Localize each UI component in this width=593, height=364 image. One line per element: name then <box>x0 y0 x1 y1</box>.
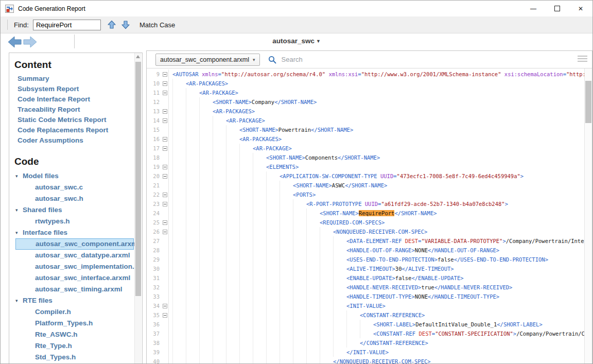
fold-collapse-icon[interactable] <box>163 146 167 151</box>
find-input[interactable] <box>33 20 101 30</box>
code-line: 13<AR-PACKAGES> <box>147 107 585 116</box>
sidebar-scrollbar[interactable] <box>134 53 142 363</box>
content-link-subsystem-report[interactable]: Subsystem Report <box>14 84 135 94</box>
fold-collapse-icon[interactable] <box>163 174 167 179</box>
fold-collapse-icon[interactable] <box>163 137 167 142</box>
fold-collapse-icon[interactable] <box>163 91 167 95</box>
indent-guide <box>293 246 306 255</box>
indent-guide <box>186 348 199 357</box>
code-token: <DATA-ELEMENT-REF <box>346 238 402 244</box>
fold-collapse-icon[interactable] <box>163 193 167 197</box>
code-scrollbar-thumb[interactable] <box>585 81 591 123</box>
indent-guide <box>213 171 226 181</box>
fold-collapse-icon[interactable] <box>163 72 167 77</box>
line-number: 19 <box>147 164 161 170</box>
indent-guide <box>333 283 346 292</box>
code-token: xmlns <box>199 71 218 77</box>
content-link-code-replacements-report[interactable]: Code Replacements Report <box>14 125 135 135</box>
find-next-button[interactable] <box>121 20 130 29</box>
indent-guide <box>186 116 199 125</box>
fold-collapse-icon[interactable] <box>163 81 167 86</box>
find-label: Find: <box>14 21 29 29</box>
tree-section-model-files[interactable]: ▾Model files <box>14 170 135 182</box>
find-previous-button[interactable] <box>107 20 116 29</box>
fold-cell <box>161 301 168 310</box>
indent-guide <box>213 338 226 348</box>
maximize-button[interactable] <box>545 1 569 16</box>
fold-collapse-icon[interactable] <box>163 313 167 318</box>
indent-guide <box>226 348 239 357</box>
tree-file-item[interactable]: autosar_swc.c <box>14 182 135 193</box>
content-link-traceability-report[interactable]: Traceability Report <box>14 105 135 115</box>
code-token: > <box>505 201 508 207</box>
minimize-button[interactable]: — <box>521 1 545 16</box>
line-number: 9 <box>147 71 161 77</box>
line-number: 20 <box>147 173 161 179</box>
close-button[interactable]: ✕ <box>569 1 592 16</box>
model-selector-dropdown[interactable]: autosar_swc▼ <box>1 37 592 45</box>
fold-collapse-icon[interactable] <box>163 202 167 206</box>
fold-collapse-icon[interactable] <box>163 165 167 169</box>
indent-guide <box>360 320 373 329</box>
sidebar-scrollbar-thumb[interactable] <box>135 62 141 296</box>
fold-collapse-icon[interactable] <box>163 220 167 225</box>
tree-section-shared-files[interactable]: ▾Shared files <box>14 204 135 216</box>
tree-file-item[interactable]: autosar_swc_implementation.ar <box>14 261 135 272</box>
tree-file-item[interactable]: Platform_Types.h <box>14 318 135 329</box>
indent-guide <box>320 357 333 363</box>
code-token: "http://au <box>566 71 585 77</box>
gutter-separator <box>168 144 169 153</box>
tree-file-item[interactable]: autosar_swc_interface.arxml <box>14 272 135 284</box>
fold-collapse-icon[interactable] <box>163 118 167 123</box>
indent-guide <box>226 162 239 171</box>
tree-file-item[interactable]: Std_Types.h <box>14 352 135 363</box>
indent-guide <box>280 264 293 273</box>
content-link-code-interface-report[interactable]: Code Interface Report <box>14 94 135 105</box>
indent-guide <box>333 292 346 301</box>
content-link-coder-assumptions[interactable]: Coder Assumptions <box>14 135 135 146</box>
match-case-toggle[interactable]: Match Case <box>139 21 175 29</box>
code-token: <ALIVE-TIMEOUT> <box>346 266 395 272</box>
indent-guide <box>320 292 333 301</box>
indent-guide <box>333 329 346 338</box>
hamburger-menu-button[interactable] <box>578 56 587 63</box>
indent-guide <box>226 153 239 162</box>
gutter-separator <box>168 320 169 329</box>
indent-guide <box>320 301 333 310</box>
fold-collapse-icon[interactable] <box>163 304 167 308</box>
indent-guide <box>186 209 199 218</box>
tree-file-item[interactable]: Rte_Type.h <box>14 340 135 352</box>
triangle-up-icon[interactable] <box>136 55 140 58</box>
indent-guide <box>199 357 213 363</box>
tree-file-item[interactable]: rtwtypes.h <box>14 216 135 227</box>
fold-cell <box>161 70 168 79</box>
tree-file-item[interactable]: Rte_ASWC.h <box>14 329 135 340</box>
tree-file-item[interactable]: autosar_swc_component.arxml <box>15 238 134 250</box>
code-line: 35<CONSTANT-REFERENCE> <box>147 310 585 320</box>
code-token: <AR-PACKAGE> <box>226 117 265 124</box>
code-token: Powertrain <box>278 127 311 133</box>
indent-guide <box>266 329 280 338</box>
fold-collapse-icon[interactable] <box>163 109 167 114</box>
code-scrollbar[interactable] <box>584 68 592 363</box>
report-sidebar: Content SummarySubsystem ReportCode Inte… <box>9 53 143 363</box>
tree-section-interface-files[interactable]: ▾Interface files <box>14 227 135 238</box>
gutter-separator <box>168 348 169 357</box>
fold-cell <box>161 292 168 301</box>
content-link-summary[interactable]: Summary <box>14 74 135 84</box>
tree-file-item[interactable]: autosar_swc_timing.arxml <box>14 284 135 295</box>
content-link-static-code-metrics-report[interactable]: Static Code Metrics Report <box>14 115 135 125</box>
file-selector-dropdown[interactable]: autosar_swc_component.arxml ▾ <box>155 54 260 66</box>
code-token: </SHORT-NAME> <box>274 99 317 105</box>
code-line: 15<SHORT-NAME>Powertrain</SHORT-NAME> <box>147 125 585 134</box>
tree-file-item[interactable]: autosar_swc_datatype.arxml <box>14 250 135 261</box>
fold-collapse-icon[interactable] <box>163 230 167 234</box>
indent-guide <box>306 246 320 255</box>
line-number: 14 <box>147 117 161 124</box>
code-token: <AR-PACKAGES> <box>186 80 228 86</box>
tree-section-rte-files[interactable]: ▾RTE files <box>14 295 135 306</box>
search-input[interactable] <box>281 55 437 64</box>
indent-guide <box>280 357 293 363</box>
tree-file-item[interactable]: autosar_swc.h <box>14 193 135 204</box>
tree-file-item[interactable]: Compiler.h <box>14 306 135 318</box>
